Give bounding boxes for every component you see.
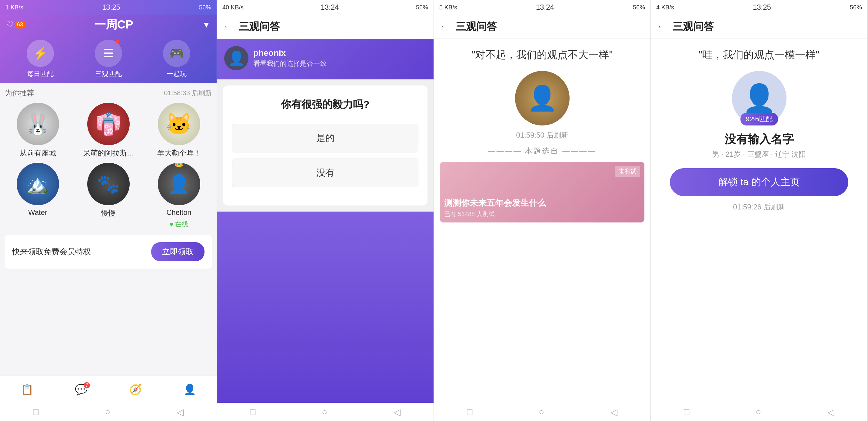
profile-nav-icon: 👤 [183,383,196,395]
quiz-option-no[interactable]: 没有 [232,158,418,187]
system-nav-bar-3: □ ○ ◁ [434,403,650,421]
play-together-label: 一起玩 [167,69,187,79]
signal-text-4: 4 KB/s [656,4,674,11]
signal-text-1: 1 KB/s [5,4,23,11]
triangle-btn-3[interactable]: ◁ [611,407,617,417]
user-avatar-3: 🐱 [158,103,200,145]
user-avatar-2: 👘 [87,103,130,145]
recommend-header: 为你推荐 01:58:33 后刷新 [5,88,212,98]
promo-card-3[interactable]: 测测你未来五年会发生什么 已有 51488 人测试 未测试 [440,162,644,222]
vip-banner: 快来领取免费会员特权 立即领取 [5,235,212,269]
top-header-1: ♡ 63 一周CP ▼ ⚡ 每日匹配 ☰ 三观匹配 [0,14,217,83]
explore-nav-icon: 🧭 [129,383,142,395]
user-avatar-1: 🐰 [17,103,59,145]
user-item-3[interactable]: 🐱 羊大勒个咩！ [146,103,212,158]
status-bar-1: 1 KB/s 13:25 56% [0,0,217,14]
user-item-6[interactable]: 👤 👑 Chelton 在线 [146,163,212,229]
circle-btn-4[interactable]: ○ [755,407,761,417]
user-item-4[interactable]: 🏔️ Water [5,163,70,229]
badge-number: 63 [15,21,25,29]
square-btn-2[interactable]: □ [250,407,255,417]
heart-icon: ♡ [6,20,13,30]
online-dot [170,223,173,226]
vip-button[interactable]: 立即领取 [151,242,205,261]
online-badge-6: 在线 [170,220,188,229]
circle-btn-1[interactable]: ○ [105,407,110,417]
result-time-3: 01:59:50 后刷新 [516,130,568,140]
result4-time: 01:59:26 后刷新 [733,202,785,212]
promo-content: 测测你未来五年会发生什么 已有 51488 人测试 [444,197,546,218]
page-title-2: 三观问答 [239,20,280,34]
phone2-header: ← 三观问答 [217,14,434,39]
promo-sub: 已有 51488 人测试 [444,210,546,218]
person-silhouette-icon: 👤 [742,83,776,114]
bottom-nav-home[interactable]: 📋 [21,383,33,395]
content-area-3: "对不起，我们的观点不大一样" 👤 01:59:50 后刷新 ———— 本题选自… [434,39,650,403]
status-time-1: 13:25 [102,3,120,11]
daily-match-icon-circle: ⚡ [27,40,54,67]
signal-text-2: 40 KB/s [222,4,244,11]
quiz-top-card: 👤 pheonix 看看我们的选择是否一致 [217,39,434,80]
back-button-2[interactable]: ← [223,21,233,32]
result-avatar-3: 👤 [515,71,569,125]
quiz-question-card: 你有很强的毅力吗? 是的 没有 [223,86,428,206]
bottom-nav-explore[interactable]: 🧭 [129,383,142,395]
vip-text: 快来领取免费会员特权 [12,246,91,257]
nav-dot [116,40,119,43]
battery-1: 56% [199,4,211,11]
user-item-5[interactable]: 🐾 慢慢 [75,163,141,229]
sanview-icon: ☰ [103,47,114,60]
status-bar-3: 5 KB/s 13:24 56% [434,0,650,14]
result4-info: 男 · 21岁 · 巨蟹座 · 辽宁 沈阳 [712,149,806,159]
result4-title: "哇，我们的观点一模一样" [699,48,819,62]
bottom-nav-profile[interactable]: 👤 [183,383,196,395]
result4-name: 没有输入名字 [725,131,794,147]
square-btn-3[interactable]: □ [467,407,472,417]
user-name-4: Water [28,208,47,217]
status-time-2: 13:24 [320,3,339,11]
system-nav-bar-2: □ ○ ◁ [217,403,434,421]
nav-play-together[interactable]: 🎮 一起玩 [163,40,190,79]
status-left-4: 4 KB/s [656,4,674,11]
circle-btn-2[interactable]: ○ [322,407,327,417]
result4-avatar-wrap: 👤 92%匹配 [732,71,786,125]
user-item-1[interactable]: 🐰 从前有座城 [5,103,70,158]
play-together-icon: 🎮 [169,47,184,61]
back-button-3[interactable]: ← [440,21,450,32]
unlock-button[interactable]: 解锁 ta 的个人主页 [670,168,848,196]
triangle-btn-1[interactable]: ◁ [177,407,184,417]
result-title-3: "对不起，我们的观点不大一样" [471,48,613,62]
user-name-2: 呆萌的阿拉斯... [83,148,133,158]
user-name-5: 慢慢 [101,208,116,218]
phone4-header: ← 三观问答 [651,14,867,39]
bottom-nav-messages[interactable]: 💬 7 [75,383,88,395]
home-nav-icon: 📋 [21,383,33,395]
user-grid: 🐰 从前有座城 👘 呆萌的阿拉斯... 🐱 羊大勒个咩！ [5,103,212,229]
nav-sanview-match[interactable]: ☰ 三观匹配 [95,40,122,79]
triangle-btn-4[interactable]: ◁ [828,407,834,417]
quiz-purple-bg [217,212,434,403]
quiz-subtitle: 看看我们的选择是否一致 [253,59,327,68]
quiz-user-info: pheonix 看看我们的选择是否一致 [253,48,327,68]
square-btn-1[interactable]: □ [33,407,38,417]
user-item-2[interactable]: 👘 呆萌的阿拉斯... [75,103,141,158]
status-left-3: 5 KB/s [439,4,457,11]
quiz-option-yes[interactable]: 是的 [232,124,418,152]
phone-screen-3: 5 KB/s 13:24 56% ← 三观问答 "对不起，我们的观点不大一样" … [434,0,651,421]
content-area-4: "哇，我们的观点一模一样" 👤 92%匹配 没有输入名字 男 · 21岁 · 巨… [651,39,867,403]
daily-match-icon: ⚡ [33,47,48,61]
status-right-2: 56% [416,4,428,11]
back-button-4[interactable]: ← [657,21,666,32]
filter-icon[interactable]: ▼ [202,20,211,30]
circle-btn-3[interactable]: ○ [539,407,544,417]
page-title-3: 三观问答 [456,20,497,34]
header-left-1: ♡ 63 [6,20,25,30]
system-nav-bar-1: □ ○ ◁ [0,403,217,421]
user-name-1: 从前有座城 [20,148,56,158]
nav-daily-match[interactable]: ⚡ 每日匹配 [27,40,54,79]
triangle-btn-2[interactable]: ◁ [394,407,401,417]
user-avatar-6: 👤 👑 [158,163,200,205]
promo-text: 测测你未来五年会发生什么 [444,197,546,209]
recommend-title: 为你推荐 [5,88,34,98]
square-btn-4[interactable]: □ [684,407,689,417]
